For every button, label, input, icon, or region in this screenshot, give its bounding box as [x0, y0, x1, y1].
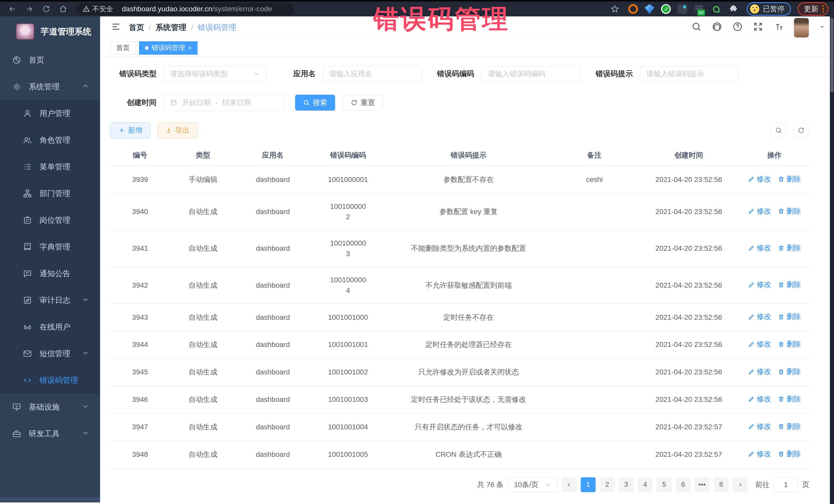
sidebar-item-8[interactable]: 通知公告 — [0, 260, 100, 287]
tab-home[interactable]: 首页 — [110, 41, 135, 54]
edit-link[interactable]: 修改 — [748, 421, 771, 432]
page-number-button[interactable]: 4 — [638, 477, 653, 492]
edit-link[interactable]: 修改 — [748, 243, 771, 253]
page-number-button[interactable]: 3 — [619, 477, 634, 492]
breadcrumb-system[interactable]: 系统管理 — [155, 22, 186, 33]
date-range-picker[interactable]: 开始日期 - 结束日期 — [164, 94, 284, 111]
edit-link[interactable]: 修改 — [748, 280, 771, 290]
error-code-input[interactable]: 请输入错误码编码 — [481, 66, 580, 82]
grid-extension-icon[interactable] — [678, 4, 687, 14]
sidebar-item-6[interactable]: 岗位管理 — [0, 207, 100, 234]
fullscreen-icon[interactable] — [753, 22, 763, 34]
sidebar-item-12[interactable]: 错误码管理 — [0, 367, 100, 394]
table-cell: 100100000 2 — [309, 194, 387, 230]
sidebar-item-10[interactable]: 在线用户 — [0, 313, 100, 340]
column-header: 应用名 — [236, 145, 309, 166]
page-number-button[interactable]: 1 — [581, 477, 596, 492]
sidebar-item-5[interactable]: 部门管理 — [0, 180, 100, 207]
sidebar-item-9[interactable]: 审计日志 — [0, 287, 100, 313]
search-icon[interactable] — [691, 22, 702, 34]
blue-gem-extension-icon[interactable] — [644, 4, 654, 14]
edit-link[interactable]: 修改 — [748, 174, 771, 184]
help-icon[interactable] — [732, 22, 743, 34]
delete-link[interactable]: 删除 — [778, 280, 801, 290]
hamburger-icon[interactable] — [111, 22, 121, 34]
next-page-button[interactable] — [733, 477, 748, 492]
edit-link[interactable]: 修改 — [748, 367, 771, 377]
page-number-button[interactable]: 8 — [714, 477, 728, 492]
error-type-select[interactable]: 请选择错误码类型 — [164, 66, 266, 82]
scrollbar-thumb[interactable] — [830, 18, 833, 92]
page-url[interactable]: dashboard.yudao.iocoder.cn/system/error-… — [122, 5, 272, 13]
sidebar-item-4[interactable]: 菜单管理 — [0, 153, 100, 180]
browser-update-button[interactable]: 更新 — [797, 2, 828, 16]
page-size-select[interactable]: 10条/页 — [508, 477, 557, 492]
user-avatar[interactable] — [794, 18, 809, 38]
tab-error-code[interactable]: 错误码管理 × — [139, 41, 198, 54]
edit-link[interactable]: 修改 — [748, 311, 771, 322]
browser-scrollbar[interactable] — [830, 17, 834, 504]
edit-link[interactable]: 修改 — [748, 449, 771, 459]
kebab-menu-icon[interactable] — [822, 5, 824, 13]
refresh-table-button[interactable] — [793, 122, 809, 138]
app-name-input[interactable]: 请输入应用名 — [323, 66, 422, 82]
delete-link[interactable]: 删除 — [778, 394, 801, 404]
delete-link[interactable]: 删除 — [778, 421, 801, 432]
sidebar-item-14[interactable]: 研发工具 — [0, 420, 100, 447]
table-cell-actions: 修改删除 — [740, 358, 809, 386]
edit-link[interactable]: 修改 — [748, 339, 771, 350]
orange-ring-extension-icon[interactable] — [628, 4, 638, 14]
sidebar-item-3[interactable]: 角色管理 — [0, 127, 100, 153]
toggle-search-button[interactable] — [770, 122, 787, 138]
breadcrumb-home[interactable]: 首页 — [129, 22, 144, 33]
extensions-puzzle-icon[interactable] — [727, 2, 740, 16]
tab-close-icon[interactable]: × — [188, 44, 192, 51]
search-button[interactable]: 搜索 — [295, 95, 335, 111]
sidebar-item-1[interactable]: 系统管理 — [0, 73, 100, 100]
update-label: 更新 — [804, 4, 818, 14]
bookmark-star-icon[interactable] — [608, 2, 621, 16]
green-key-extension-icon[interactable] — [710, 4, 720, 14]
table-cell: 1001001005 — [309, 441, 387, 468]
not-secure-warning[interactable]: 不安全 — [83, 4, 113, 14]
sidebar-collapse-bar[interactable] — [0, 497, 100, 502]
app-logo-row[interactable]: 芋道管理系统 — [0, 17, 100, 47]
error-hint-input[interactable]: 请输入错误码提示 — [640, 66, 739, 82]
sidebar-item-11[interactable]: 短信管理 — [0, 340, 100, 367]
browser-forward-icon[interactable] — [23, 2, 36, 16]
sidebar-item-13[interactable]: 基础设施 — [0, 394, 100, 420]
address-bar[interactable]: 不安全 dashboard.yudao.iocoder.cn/system/er… — [76, 3, 294, 15]
delete-link[interactable]: 删除 — [778, 449, 801, 459]
browser-back-icon[interactable] — [6, 2, 19, 16]
edit-link[interactable]: 修改 — [748, 394, 771, 404]
page-number-button[interactable]: 2 — [600, 477, 615, 492]
add-button[interactable]: 新增 — [110, 123, 150, 138]
page-number-button[interactable]: 5 — [657, 477, 672, 492]
edit-pencil-icon — [748, 396, 755, 402]
delete-link[interactable]: 删除 — [778, 367, 801, 377]
delete-link[interactable]: 删除 — [778, 339, 801, 350]
sidebar-item-7[interactable]: 字典管理 — [0, 234, 100, 260]
delete-link[interactable]: 删除 — [778, 243, 801, 253]
delete-link[interactable]: 删除 — [778, 174, 801, 184]
green-check-extension-icon[interactable] — [661, 4, 671, 14]
sidebar-item-0[interactable]: 首页 — [0, 47, 100, 73]
switch-on-extension-icon[interactable] — [694, 4, 704, 14]
goto-page-input[interactable]: 1 — [774, 477, 798, 492]
delete-link[interactable]: 删除 — [778, 206, 801, 217]
reset-button[interactable]: 重置 — [343, 95, 383, 111]
browser-reload-icon[interactable] — [40, 2, 53, 16]
edit-link[interactable]: 修改 — [748, 206, 771, 217]
caret-down-icon[interactable] — [819, 23, 825, 32]
prev-page-button[interactable] — [562, 477, 577, 492]
paused-extension-badge[interactable]: 已暂停 — [747, 2, 791, 16]
page-number-button[interactable]: 6 — [676, 477, 690, 492]
extension-icons[interactable] — [628, 4, 720, 14]
github-icon[interactable] — [712, 22, 722, 34]
export-button[interactable]: 导出 — [158, 123, 198, 138]
font-size-icon[interactable] — [773, 22, 784, 34]
delete-link[interactable]: 删除 — [778, 311, 801, 322]
browser-home-icon[interactable] — [57, 2, 70, 16]
page-ellipsis-button[interactable]: ••• — [695, 477, 709, 492]
sidebar-item-2[interactable]: 用户管理 — [0, 100, 100, 127]
